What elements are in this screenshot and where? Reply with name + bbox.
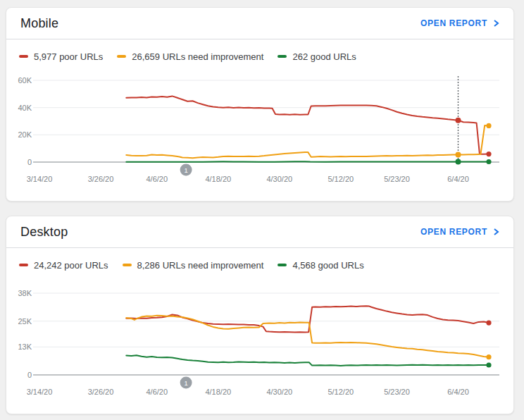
svg-text:1: 1	[184, 166, 187, 174]
legend-label-poor: 24,242 poor URLs	[34, 260, 108, 271]
desktop-cwv-chart[interactable]: 013K25K38K3/14/203/26/204/6/204/18/204/3…	[6, 280, 515, 414]
legend-label-good: 4,568 good URLs	[292, 260, 363, 271]
y-axis-tick-label: 20K	[18, 130, 32, 139]
legend-swatch-improve-icon	[117, 55, 126, 58]
legend-swatch-good-icon	[277, 264, 287, 266]
good-urls-line	[126, 355, 489, 366]
good-urls-line	[126, 161, 489, 162]
x-axis-tick-label: 6/4/20	[447, 388, 469, 396]
poor-end-dot	[486, 152, 491, 156]
good-end-dot	[486, 362, 491, 367]
x-axis-tick-label: 4/30/20	[266, 388, 292, 396]
chevron-right-icon	[492, 228, 499, 236]
x-axis-tick-label: 6/4/20	[447, 175, 469, 183]
improve-urls-line	[126, 125, 489, 158]
x-axis-tick-label: 4/18/20	[205, 175, 231, 183]
svg-text:1: 1	[184, 379, 187, 387]
x-axis-tick-label: 5/23/20	[384, 175, 410, 183]
legend-label-poor: 5,977 poor URLs	[34, 51, 103, 62]
improve-selection-dot	[456, 152, 461, 157]
x-axis-tick-label: 3/26/20	[88, 175, 114, 183]
x-axis-tick-label: 3/26/20	[88, 388, 114, 396]
poor-urls-line	[126, 96, 489, 154]
y-axis-tick-label: 13K	[18, 342, 32, 351]
annotation-marker[interactable]: 1	[180, 164, 192, 176]
mobile-card: Mobile OPEN REPORT 5,977 poor URLs 26,65…	[6, 7, 514, 202]
y-axis-tick-label: 0	[27, 158, 32, 166]
y-axis-tick-label: 0	[27, 371, 32, 379]
improve-end-dot	[486, 354, 491, 359]
x-axis-tick-label: 5/12/20	[328, 175, 354, 183]
open-report-button[interactable]: OPEN REPORT	[420, 18, 499, 28]
poor-urls-line	[126, 306, 489, 332]
x-axis-tick-label: 3/14/20	[27, 388, 53, 396]
open-report-label: OPEN REPORT	[420, 227, 487, 237]
legend-item-good: 262 good URLs	[277, 51, 356, 62]
y-axis-tick-label: 25K	[18, 317, 32, 326]
poor-selection-dot	[456, 118, 461, 123]
chart-legend: 24,242 poor URLs 8,286 URLs need improve…	[19, 259, 513, 271]
improve-urls-line	[126, 316, 489, 357]
mobile-card-header: Mobile OPEN REPORT	[6, 8, 513, 39]
legend-label-improve: 26,659 URLs need improvement	[132, 51, 263, 62]
poor-end-dot	[486, 321, 491, 326]
open-report-label: OPEN REPORT	[420, 18, 487, 28]
x-axis-tick-label: 4/6/20	[146, 388, 168, 396]
mobile-cwv-chart[interactable]: 020K40K60K3/14/203/26/204/6/204/18/204/3…	[6, 67, 515, 201]
desktop-card-header: Desktop OPEN REPORT	[6, 216, 513, 248]
x-axis-tick-label: 4/30/20	[266, 175, 292, 183]
desktop-card: Desktop OPEN REPORT 24,242 poor URLs 8,2…	[6, 216, 514, 414]
legend-label-improve: 8,286 URLs need improvement	[137, 260, 264, 271]
y-axis-tick-label: 60K	[18, 76, 32, 85]
x-axis-tick-label: 4/6/20	[146, 175, 168, 183]
legend-swatch-good-icon	[277, 55, 287, 58]
good-selection-dot	[456, 159, 461, 165]
y-axis-tick-label: 38K	[18, 289, 32, 297]
chart-legend: 5,977 poor URLs 26,659 URLs need improve…	[19, 51, 513, 62]
legend-item-improve: 26,659 URLs need improvement	[117, 51, 263, 62]
y-axis-tick-label: 40K	[18, 104, 32, 112]
page-title: Desktop	[20, 225, 68, 240]
legend-swatch-poor-icon	[19, 264, 28, 266]
legend-swatch-poor-icon	[19, 55, 28, 58]
legend-item-improve: 8,286 URLs need improvement	[123, 260, 264, 271]
open-report-button[interactable]: OPEN REPORT	[420, 227, 499, 237]
legend-item-good: 4,568 good URLs	[277, 260, 363, 271]
legend-swatch-improve-icon	[123, 264, 132, 266]
page-title: Mobile	[20, 16, 58, 31]
x-axis-tick-label: 4/18/20	[205, 388, 231, 396]
good-end-dot	[486, 159, 491, 164]
x-axis-tick-label: 5/12/20	[328, 388, 354, 396]
legend-label-good: 262 good URLs	[292, 51, 356, 62]
x-axis-tick-label: 5/23/20	[384, 388, 410, 396]
chevron-right-icon	[492, 19, 499, 27]
legend-item-poor: 5,977 poor URLs	[19, 51, 103, 62]
improve-end-dot	[486, 123, 491, 128]
legend-item-poor: 24,242 poor URLs	[19, 260, 108, 271]
x-axis-tick-label: 3/14/20	[27, 175, 53, 183]
annotation-marker[interactable]: 1	[180, 377, 192, 389]
